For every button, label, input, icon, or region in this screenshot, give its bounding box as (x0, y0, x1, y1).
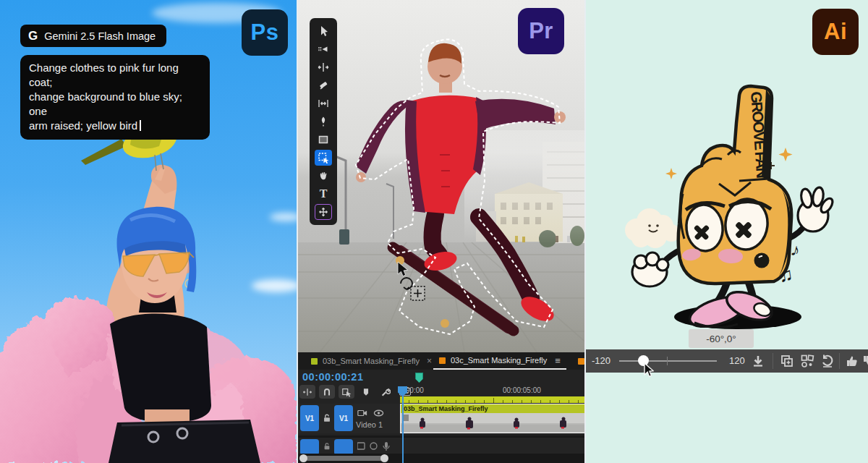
scrollbar-handle-right[interactable] (380, 454, 388, 462)
timecode-display[interactable]: 00:00:00:21 (302, 371, 364, 383)
illustrator-app-icon: Ai (812, 9, 859, 55)
rotation-value-tooltip: -60°,0° (689, 329, 754, 348)
selection-tool[interactable] (315, 23, 332, 39)
track-name-label[interactable]: Video 1 (356, 420, 383, 429)
mute-solo-icons[interactable] (357, 442, 401, 451)
download-icon[interactable] (751, 354, 765, 368)
video-track-header: V1 V1 (298, 404, 400, 433)
sequence-marker[interactable] (415, 373, 423, 383)
prompt-text-box[interactable]: Change clothes to pink fur long coat; ch… (20, 55, 210, 140)
gemini-model-label: Gemini 2.5 Flash Image (44, 30, 156, 42)
work-area-bar[interactable] (400, 396, 586, 403)
sequence-color-swatch (311, 358, 318, 365)
scrollbar-handle-left[interactable] (299, 454, 307, 462)
divider (839, 353, 840, 369)
undo-icon[interactable] (820, 354, 835, 368)
foam-finger-body: GROOVE FAN (678, 86, 791, 284)
playhead-line (402, 388, 404, 463)
sequence-tab[interactable]: 03b_Smart Masking_Firefly (298, 352, 425, 370)
timeline-toolbar: CC (299, 385, 413, 399)
close-tab-icon[interactable]: × (425, 356, 433, 366)
rectangle-tool[interactable] (315, 132, 332, 148)
gemini-model-chip: G Gemini 2.5 Flash Image (20, 25, 166, 47)
source-patch-a1-button[interactable] (300, 439, 319, 455)
linked-selection-icon[interactable] (339, 385, 354, 399)
mouse-cursor (642, 362, 654, 378)
transform-tool[interactable] (315, 204, 332, 220)
pen-tool[interactable] (315, 114, 332, 129)
razor-tool[interactable] (315, 77, 332, 93)
track-select-forward-tool[interactable] (315, 41, 332, 57)
timeline-clip[interactable]: 03b_Smart Masking_Firefly (400, 404, 586, 433)
divider (773, 353, 773, 369)
thumbs-down-icon[interactable] (861, 354, 868, 368)
photoshop-panel: G Gemini 2.5 Flash Image Change clothes … (0, 0, 297, 463)
source-patch-v1-button[interactable]: V1 (300, 405, 319, 431)
slider-min-label: -120 (592, 355, 610, 366)
variations-icon[interactable] (800, 354, 814, 368)
text-cursor (140, 120, 141, 131)
rotation-slider-track[interactable] (619, 360, 717, 362)
smiling-cloud (625, 208, 680, 248)
sequence-tab-bar: 03b_Smart Masking_Firefly × 03c_Smart Ma… (298, 352, 586, 370)
snap-magnet-icon[interactable] (319, 385, 335, 399)
prompt-line: change background to blue sky; one (29, 90, 201, 119)
duplicate-icon[interactable] (780, 354, 794, 368)
hand-tool[interactable] (315, 168, 332, 184)
prompt-line: arm raised; yellow bird (29, 119, 201, 133)
ruler-tick-label: 00:00:05:00 (503, 386, 541, 394)
sequence-tab-active[interactable]: 03c_Smart Masking_Firefly ≡ (433, 352, 566, 370)
add-marker-icon[interactable] (358, 385, 374, 399)
track-target-v1-button[interactable]: V1 (334, 405, 353, 431)
premiere-app-icon: Pr (518, 8, 564, 54)
google-g-icon: G (28, 29, 38, 43)
timeline-scrollbar[interactable] (298, 454, 586, 463)
illustrator-panel: ♪ ♫ GROOVE FAN (586, 0, 868, 463)
premiere-panel: T Pr 03b_Smart Masking_Firefly × 03c_Sma… (297, 0, 586, 463)
screenshot-stage: G Gemini 2.5 Flash Image Change clothes … (0, 0, 868, 463)
thumbs-up-icon[interactable] (845, 354, 859, 368)
generative-control-bar: -120 120 (586, 349, 868, 373)
timeline-panel: 03b_Smart Masking_Firefly × 03c_Smart Ma… (298, 352, 586, 463)
toggle-track-output-eye-icon[interactable] (373, 409, 384, 417)
panel-menu-icon[interactable]: ≡ (555, 355, 561, 366)
ripple-edit-tool[interactable] (315, 59, 332, 75)
slip-tool[interactable] (315, 95, 332, 111)
clip-thumbnails (401, 413, 586, 432)
photoshop-app-icon: Ps (242, 9, 288, 56)
scrollbar-thumb[interactable] (305, 456, 385, 461)
sequence-tab[interactable]: 03e_Sma (572, 352, 586, 370)
track-lock-icon[interactable] (322, 413, 332, 423)
sequence-color-swatch (439, 357, 446, 364)
sync-lock-icon[interactable] (357, 409, 367, 417)
sequence-color-swatch (578, 358, 584, 365)
audio-track-header (298, 436, 586, 454)
slider-center-tick (667, 357, 668, 365)
clip-name-label: 03b_Smart Masking_Firefly (401, 404, 586, 413)
prompt-line: Change clothes to pink fur long coat; (29, 61, 201, 90)
trash-bin (339, 229, 349, 245)
type-tool[interactable]: T (315, 186, 332, 202)
track-target-a1-button[interactable] (334, 439, 353, 455)
audio-lock-icon[interactable] (323, 442, 331, 451)
slider-max-label: 120 (729, 355, 745, 366)
timeline-settings-wrench-icon[interactable] (378, 385, 393, 399)
object-selection-tool[interactable] (315, 150, 332, 166)
nest-toggle-icon[interactable] (299, 385, 315, 399)
premiere-toolbar: T (310, 18, 337, 225)
